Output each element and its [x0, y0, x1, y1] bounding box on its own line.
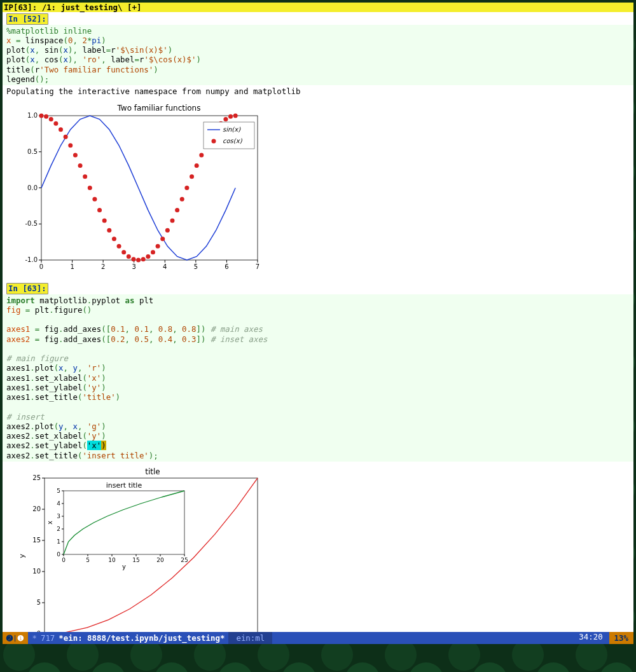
svg-point-56 — [180, 197, 184, 202]
cell-2-prompt: In [63]: — [6, 283, 48, 294]
svg-point-42 — [112, 237, 116, 241]
status-star: * — [28, 633, 40, 643]
svg-point-41 — [107, 228, 111, 233]
chart-1-svg: Two familiar functions 01234567-1.0-0.50… — [6, 101, 261, 271]
svg-point-34 — [73, 153, 78, 158]
svg-text:25: 25 — [181, 557, 188, 563]
svg-text:20: 20 — [32, 505, 41, 512]
svg-text:5: 5 — [37, 599, 41, 606]
svg-point-31 — [59, 127, 63, 132]
svg-text:7: 7 — [256, 263, 259, 270]
svg-point-57 — [184, 186, 189, 190]
svg-point-49 — [146, 254, 150, 259]
chart-2-title: title — [145, 467, 160, 476]
svg-point-54 — [170, 219, 174, 223]
svg-text:insert title: insert title — [106, 481, 142, 490]
svg-point-71 — [212, 139, 216, 144]
svg-point-55 — [175, 208, 179, 212]
status-position: 34:20 — [572, 632, 609, 644]
svg-point-60 — [199, 153, 204, 158]
svg-point-52 — [160, 237, 165, 241]
svg-point-32 — [64, 135, 68, 139]
status-line-no: 717 — [41, 633, 55, 643]
svg-text:2: 2 — [101, 263, 105, 270]
svg-text:y: y — [122, 563, 126, 570]
tab-bar: IP[63]: /1: just_testing\ [+] — [3, 3, 633, 12]
svg-text:1: 1 — [70, 263, 74, 270]
svg-text:4: 4 — [57, 500, 60, 507]
svg-point-29 — [49, 117, 53, 121]
svg-text:15: 15 — [132, 557, 139, 563]
svg-point-44 — [121, 250, 126, 254]
svg-text:cos(x): cos(x) — [223, 137, 243, 144]
svg-text:x: x — [46, 521, 53, 525]
svg-point-38 — [92, 197, 97, 202]
svg-text:15: 15 — [32, 537, 41, 544]
svg-point-67 — [233, 114, 238, 118]
svg-point-33 — [68, 144, 73, 148]
svg-point-30 — [53, 121, 58, 126]
svg-text:0.5: 0.5 — [27, 148, 38, 155]
svg-point-50 — [151, 250, 155, 254]
svg-point-43 — [117, 244, 121, 249]
svg-text:0: 0 — [62, 557, 66, 563]
svg-point-48 — [141, 257, 146, 261]
cell-2-code[interactable]: import matplotlib.pyplot as plt fig = pl… — [3, 294, 633, 462]
cursor-highlight: 'x' — [87, 441, 101, 450]
svg-point-37 — [88, 186, 92, 190]
workspace: IP[63]: /1: just_testing\ [+] In [52]: %… — [3, 3, 633, 641]
svg-text:-0.5: -0.5 — [25, 221, 38, 228]
svg-text:sin(x): sin(x) — [223, 126, 241, 133]
svg-point-46 — [131, 257, 135, 261]
chart-2-svg: title 0123450510152025xy 051015202501234… — [6, 465, 261, 641]
svg-text:1.0: 1.0 — [27, 112, 38, 119]
svg-text:25: 25 — [32, 474, 41, 481]
tab-buffer: just_testing\ — [61, 3, 123, 12]
svg-text:10: 10 — [32, 568, 41, 575]
tab-plus[interactable]: [+] — [127, 3, 141, 12]
chart-2: title 0123450510152025xy 051015202501234… — [3, 462, 633, 641]
svg-point-47 — [136, 258, 141, 263]
svg-point-40 — [102, 219, 107, 223]
svg-point-65 — [223, 117, 228, 121]
cell-1-prompt: In [52]: — [6, 13, 48, 24]
status-buffer-name[interactable]: *ein: 8888/test.ipynb/just_testing* — [55, 633, 228, 643]
status-bar: ➋❘❶ * 717 *ein: 8888/test.ipynb/just_tes… — [3, 632, 633, 644]
chart-1: Two familiar functions 01234567-1.0-0.50… — [3, 97, 633, 277]
svg-text:0.0: 0.0 — [27, 184, 38, 191]
svg-point-39 — [97, 208, 102, 212]
svg-rect-100 — [64, 491, 184, 554]
chart-1-title: Two familiar functions — [117, 104, 201, 113]
svg-text:5: 5 — [194, 263, 198, 270]
svg-text:4: 4 — [163, 263, 167, 270]
tab-ip: IP[63]: — [4, 3, 37, 12]
svg-point-27 — [39, 114, 44, 118]
svg-point-35 — [78, 163, 83, 168]
status-percent: 13% — [609, 632, 633, 644]
svg-text:y: y — [18, 554, 26, 558]
cell-1-code[interactable]: %matplotlib inline x = linspace(0, 2*pi)… — [3, 25, 633, 86]
status-mode: ein:ml — [228, 632, 272, 644]
svg-text:1: 1 — [57, 538, 60, 545]
svg-point-66 — [228, 114, 233, 119]
svg-text:2: 2 — [57, 526, 60, 532]
cell-2[interactable]: In [63]: import matplotlib.pyplot as plt… — [3, 282, 633, 641]
svg-text:3: 3 — [57, 513, 60, 519]
svg-point-45 — [127, 254, 131, 259]
status-workspace-badge[interactable]: ➋❘❶ — [3, 632, 28, 644]
svg-text:3: 3 — [132, 263, 136, 270]
cell-1[interactable]: In [52]: %matplotlib inline x = linspace… — [3, 12, 633, 277]
tab-sep: /1: — [42, 3, 56, 12]
svg-text:5: 5 — [57, 488, 60, 494]
svg-text:5: 5 — [86, 557, 90, 563]
svg-text:6: 6 — [225, 263, 228, 270]
svg-point-36 — [83, 175, 87, 179]
svg-point-53 — [165, 228, 170, 233]
svg-point-28 — [44, 114, 48, 119]
svg-text:0: 0 — [39, 263, 43, 270]
svg-point-51 — [156, 244, 160, 249]
svg-text:10: 10 — [108, 557, 116, 563]
svg-point-59 — [195, 163, 199, 168]
cell-1-output-text: Populating the interactive namespace fro… — [3, 85, 633, 97]
svg-text:20: 20 — [156, 557, 164, 563]
